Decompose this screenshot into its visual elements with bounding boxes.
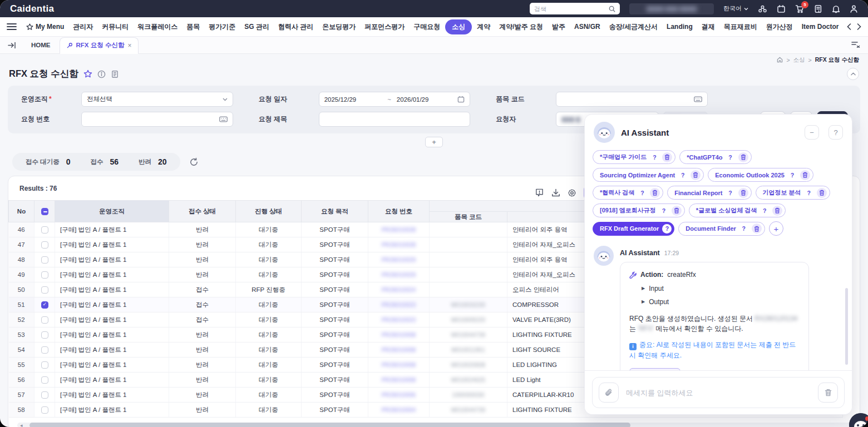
- req-no-input[interactable]: [87, 116, 216, 123]
- chip-help-icon[interactable]: ?: [788, 171, 797, 180]
- chip-delete-icon[interactable]: [817, 188, 827, 198]
- date-range-input[interactable]: 2025/12/29 ~ 2026/01/29: [319, 92, 471, 107]
- status-summary-item[interactable]: 반려 20: [139, 157, 167, 166]
- menu-item[interactable]: 온보딩평가: [318, 19, 359, 34]
- status-summary-item[interactable]: 접수 대기중 0: [26, 157, 71, 166]
- chip-help-icon[interactable]: ?: [726, 153, 735, 162]
- col-org[interactable]: 운영조직: [55, 201, 169, 222]
- menu-item[interactable]: ASN/GR: [570, 20, 604, 33]
- keyboard-icon[interactable]: [694, 96, 702, 102]
- col-select-all[interactable]: [34, 201, 55, 222]
- ai-tool-chip[interactable]: Sourcing Optimizer Agent ?: [593, 168, 704, 182]
- info-icon[interactable]: [97, 70, 106, 78]
- tab-rfx-inbox[interactable]: RFX 요청 수신함 ×: [60, 37, 139, 54]
- status-summary-item[interactable]: 접수 56: [91, 157, 119, 166]
- chip-help-icon[interactable]: ?: [659, 206, 668, 215]
- menu-scroll-right-icon[interactable]: [857, 23, 861, 30]
- ai-tool-chip[interactable]: 기업정보 분석 ?: [756, 186, 830, 200]
- menu-item[interactable]: 평가기준: [205, 19, 239, 34]
- breadcrumb-section[interactable]: 소싱: [793, 56, 805, 64]
- row-checkbox[interactable]: [41, 346, 48, 354]
- search-icon[interactable]: [609, 6, 615, 12]
- menu-item[interactable]: 협력사 관리: [274, 19, 317, 34]
- filter-expand-button[interactable]: +: [425, 137, 443, 147]
- menu-item[interactable]: Item Doctor: [798, 20, 843, 33]
- home-icon[interactable]: [777, 57, 783, 63]
- collapse-panel-button[interactable]: [847, 68, 859, 80]
- ai-tool-chip[interactable]: *ChatGPT4o ?: [679, 150, 751, 164]
- menu-scroll-left-icon[interactable]: [847, 23, 851, 30]
- row-checkbox[interactable]: [41, 256, 48, 264]
- ai-tool-chip[interactable]: Economic Outlook 2025 ?: [708, 168, 813, 182]
- col-item-code[interactable]: 품목 코드: [430, 212, 507, 222]
- sidebar-expand-icon[interactable]: [8, 42, 17, 49]
- menu-item[interactable]: 소싱: [445, 19, 472, 34]
- chip-help-icon[interactable]: ?: [650, 153, 659, 162]
- chip-help-icon[interactable]: ?: [726, 188, 735, 197]
- ai-tool-chip[interactable]: [0918] 엠로회사규정 ?: [593, 203, 685, 217]
- ai-tool-chip[interactable]: *글로벌 소싱업체 검색 ?: [689, 203, 786, 217]
- item-code-input[interactable]: [561, 96, 691, 103]
- tab-close-icon[interactable]: ×: [127, 42, 131, 49]
- menu-item[interactable]: Landing: [663, 20, 697, 33]
- ai-tool-chip[interactable]: Financial Report ?: [667, 186, 751, 200]
- col-request-no[interactable]: 요청 번호: [368, 201, 430, 222]
- hamburger-icon[interactable]: [7, 23, 17, 31]
- org-network-icon[interactable]: [758, 4, 767, 13]
- request-no-link[interactable]: PR26010008: [382, 346, 416, 353]
- ai-scrollbar-thumb[interactable]: [845, 288, 848, 365]
- menu-item[interactable]: 워크플레이스: [134, 19, 181, 34]
- ai-tool-chip[interactable]: RFX Draft Generator ?: [593, 222, 674, 236]
- menu-item[interactable]: 결재: [698, 19, 719, 34]
- calendar-icon[interactable]: [777, 4, 786, 13]
- chip-delete-icon[interactable]: [650, 188, 660, 198]
- request-no-link[interactable]: PR26010008: [382, 331, 416, 338]
- ai-minimize-button[interactable]: −: [805, 125, 819, 140]
- keyboard-icon[interactable]: [219, 116, 228, 122]
- chip-delete-icon[interactable]: [672, 206, 682, 216]
- chip-help-icon[interactable]: ?: [662, 224, 672, 234]
- chip-help-icon[interactable]: ?: [739, 224, 748, 233]
- chip-help-icon[interactable]: ?: [678, 171, 687, 180]
- row-checkbox[interactable]: [41, 391, 48, 399]
- download-icon[interactable]: [551, 188, 560, 197]
- row-checkbox[interactable]: [41, 271, 48, 279]
- ai-tool-chip[interactable]: Document Finder ?: [678, 222, 765, 236]
- item-code-input-wrap[interactable]: [556, 92, 708, 107]
- chip-delete-icon[interactable]: [738, 188, 748, 198]
- settings-icon[interactable]: [568, 188, 576, 197]
- chip-delete-icon[interactable]: [738, 152, 748, 162]
- refresh-icon[interactable]: [189, 157, 199, 167]
- col-request-purpose[interactable]: 요청 목적: [302, 201, 368, 222]
- document-icon[interactable]: [814, 4, 822, 13]
- menu-item[interactable]: 발주: [548, 19, 569, 34]
- request-no-link[interactable]: PR26010028: [382, 226, 416, 233]
- request-no-link[interactable]: PR26010028: [382, 241, 416, 248]
- input-toggle[interactable]: ▶Input: [642, 284, 800, 294]
- row-checkbox[interactable]: [41, 376, 48, 384]
- request-no-link[interactable]: PR26010008: [382, 361, 416, 368]
- attach-file-button[interactable]: [599, 383, 619, 403]
- scrollbar-thumb[interactable]: [29, 423, 630, 427]
- row-checkbox[interactable]: [41, 241, 48, 249]
- language-selector[interactable]: 한국어: [723, 4, 748, 13]
- request-no-link[interactable]: PR26010023: [382, 301, 416, 308]
- row-checkbox[interactable]: [41, 361, 48, 369]
- chip-delete-icon[interactable]: [662, 152, 672, 162]
- org-select[interactable]: 전체선택: [81, 92, 233, 107]
- menu-item[interactable]: 송장/세금계산서: [605, 19, 662, 34]
- row-checkbox[interactable]: [41, 316, 48, 324]
- menu-item[interactable]: 품목: [183, 19, 204, 34]
- chip-delete-icon[interactable]: [772, 206, 782, 216]
- request-no-link[interactable]: PR26010006: [382, 391, 416, 398]
- print-icon[interactable]: [111, 70, 119, 78]
- col-receipt-status[interactable]: 접수 상태: [169, 201, 236, 222]
- menu-item[interactable]: 관리자: [69, 19, 97, 34]
- menu-item[interactable]: 목표재료비: [720, 19, 761, 34]
- request-no-link[interactable]: PR26010029: [382, 256, 416, 263]
- chip-help-icon[interactable]: ?: [638, 188, 647, 197]
- calendar-icon[interactable]: [457, 96, 465, 103]
- menu-item[interactable]: SG 관리: [240, 19, 273, 34]
- request-no-link[interactable]: PR26010023: [382, 316, 416, 323]
- menu-item[interactable]: 구매요청: [410, 19, 444, 34]
